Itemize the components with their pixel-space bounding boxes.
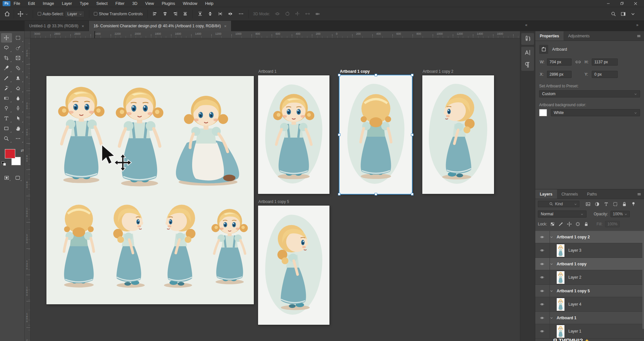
eyedropper-tool[interactable] (1, 63, 12, 73)
selection-handle[interactable] (375, 74, 377, 76)
menu-window[interactable]: Window (183, 1, 197, 6)
dodge-tool[interactable] (1, 104, 12, 113)
layer-visibility-icon[interactable] (539, 289, 545, 293)
foreground-color-swatch[interactable] (5, 149, 15, 158)
3d-roll-icon[interactable] (285, 11, 290, 17)
align-top-edges-icon[interactable] (182, 11, 188, 17)
artboard-bg-swatch[interactable] (539, 109, 547, 116)
layer-visibility-icon[interactable] (539, 329, 545, 334)
menu-view[interactable]: View (145, 1, 154, 6)
layers-row-layer[interactable]: Layer 4 (535, 297, 644, 312)
selection-handle[interactable] (375, 193, 377, 196)
3d-orbit-icon[interactable] (275, 11, 280, 17)
layer-visibility-icon[interactable] (539, 275, 545, 280)
menu-file[interactable]: File (14, 1, 20, 6)
artboard-label[interactable]: Artboard 1 copy 5 (258, 199, 289, 204)
y-field[interactable]: 0 px (592, 71, 618, 78)
crop-tool[interactable] (1, 53, 12, 63)
layers-row-layer[interactable]: Layer 3 (535, 243, 644, 258)
selection-handle[interactable] (338, 74, 341, 76)
zoom-tool[interactable] (1, 134, 12, 143)
path-selection-tool[interactable] (13, 114, 24, 123)
layer-visibility-icon[interactable] (539, 248, 545, 253)
history-brush-tool[interactable] (1, 83, 12, 93)
menu-select[interactable]: Select (96, 1, 108, 6)
selection-handle[interactable] (411, 133, 414, 136)
layer-thumbnail[interactable] (557, 271, 564, 284)
artboard-row-label[interactable]: Artboard 1 (557, 316, 576, 320)
layers-row-artboard[interactable]: Artboard 1 copy (535, 258, 644, 270)
document-tab[interactable]: 16- Consistent Character design.psd @ 40… (89, 21, 231, 31)
height-field[interactable]: 1137 px (592, 58, 618, 66)
move-tool[interactable] (1, 33, 12, 43)
pasteboard[interactable]: Artboard 1 Artboard 1 copy Artbo (31, 38, 520, 341)
menu-3d[interactable]: 3D (132, 1, 137, 6)
layer-visibility-icon[interactable] (539, 262, 545, 266)
layer-filter-toggle-icon[interactable] (631, 201, 636, 207)
panel-menu-icon[interactable] (636, 33, 641, 39)
tab-channels[interactable]: Channels (557, 189, 583, 199)
3d-slide-icon[interactable] (305, 11, 310, 17)
blend-mode-select[interactable]: Normal (538, 210, 587, 218)
eraser-tool[interactable] (13, 83, 24, 93)
tab-paths[interactable]: Paths (582, 189, 601, 199)
distribute-bottom-edges-icon[interactable] (217, 11, 223, 17)
menu-image[interactable]: Image (43, 1, 54, 6)
layers-scrollbar[interactable] (642, 232, 644, 329)
panel-menu-icon[interactable] (637, 192, 642, 197)
tab-properties[interactable]: Properties (535, 31, 564, 41)
align-options-icon[interactable] (238, 11, 244, 17)
home-icon[interactable] (4, 11, 10, 17)
minimize-icon[interactable] (606, 1, 611, 6)
artboard-label[interactable]: Artboard 1 copy 2 (423, 69, 453, 74)
distribute-top-edges-icon[interactable] (197, 11, 203, 17)
artboard-label[interactable]: Artboard 1 copy (340, 69, 370, 74)
artboard-1[interactable]: Artboard 1 (258, 75, 329, 194)
3d-camera-icon[interactable] (315, 11, 320, 17)
brush-settings-panel-icon[interactable] (524, 35, 532, 43)
type-tool[interactable] (1, 114, 12, 123)
chevron-down-icon[interactable] (550, 316, 553, 320)
clone-stamp-tool[interactable] (13, 73, 24, 83)
width-field[interactable]: 704 px (547, 58, 572, 66)
menu-edit[interactable]: Edit (28, 1, 35, 6)
photoshop-logo-icon[interactable]: Ps (3, 1, 10, 6)
tab-close-icon[interactable]: × (82, 24, 84, 29)
chevron-down-icon[interactable] (550, 289, 553, 293)
layer-visibility-icon[interactable] (539, 302, 545, 307)
layers-row-artboard[interactable]: Artboard 1 copy 5 (535, 285, 644, 297)
lock-all-icon[interactable] (584, 221, 589, 227)
filter-smart-objects-icon[interactable] (622, 201, 627, 207)
swap-colors-icon[interactable]: ⇄ (21, 148, 24, 153)
healing-brush-tool[interactable] (13, 63, 24, 73)
layer-thumbnail[interactable] (557, 244, 564, 257)
preset-select[interactable]: Custom (539, 90, 640, 97)
layers-row-artboard[interactable]: Artboard 1 (535, 312, 644, 324)
layer-visibility-icon[interactable] (539, 316, 545, 320)
quick-mask-icon[interactable] (3, 174, 11, 182)
hand-tool[interactable] (13, 124, 24, 133)
lock-pixels-icon[interactable] (558, 221, 564, 227)
artboard-1-copy[interactable]: Artboard 1 copy (340, 75, 412, 194)
current-tool-move-icon[interactable] (17, 11, 24, 17)
align-left-edges-icon[interactable] (152, 11, 158, 17)
distribute-horizontal-icon[interactable] (228, 11, 233, 17)
menu-layer[interactable]: Layer (62, 1, 72, 6)
artboard-big[interactable] (46, 76, 254, 304)
rectangle-tool[interactable] (1, 124, 12, 133)
default-colors-icon[interactable] (2, 161, 6, 166)
align-right-edges-icon[interactable] (172, 11, 178, 17)
align-horizontal-centers-icon[interactable] (162, 11, 168, 17)
tab-layers[interactable]: Layers (535, 189, 557, 199)
distribute-vertical-centers-icon[interactable] (207, 11, 213, 17)
layers-row-layer[interactable]: Layer 2 (535, 270, 644, 285)
link-dimensions-icon[interactable] (572, 59, 585, 65)
filter-adjustment-layers-icon[interactable] (594, 201, 600, 207)
collapse-panels-icon[interactable]: « (525, 23, 527, 27)
rectangular-marquee-tool[interactable] (13, 33, 24, 43)
artboard-row-label[interactable]: Artboard 1 copy 5 (557, 289, 590, 293)
filter-shape-layers-icon[interactable] (613, 201, 618, 207)
x-field[interactable]: 2896 px (547, 71, 572, 78)
screen-mode-icon[interactable] (14, 174, 22, 182)
document-tab[interactable]: Untitled-1 @ 33.3% (RGB/8) × (25, 21, 89, 31)
